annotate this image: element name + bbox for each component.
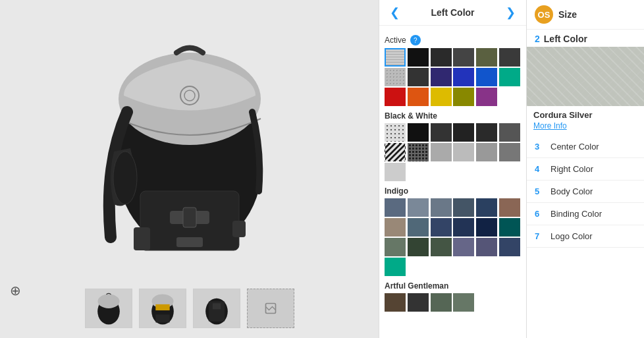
svg-rect-7	[134, 227, 150, 250]
step-item-center-color[interactable]: 3 Center Color	[527, 136, 644, 158]
swatch-bw-7[interactable]	[385, 143, 406, 161]
swatch-bw-12[interactable]	[499, 143, 520, 161]
swatch-ind-12[interactable]	[499, 218, 520, 237]
step-item-logo-color[interactable]: 7 Logo Color	[527, 225, 644, 248]
swatch-active-17[interactable]	[476, 88, 497, 106]
zoom-button[interactable]: ⊕	[10, 283, 21, 298]
step-label-right-color: Right Color	[550, 164, 593, 174]
swatch-active-3[interactable]	[431, 48, 452, 67]
swatch-ind-6[interactable]	[499, 198, 520, 217]
current-step-row: 2 Left Color	[527, 30, 644, 47]
selected-color-preview	[527, 47, 644, 106]
step-item-binding-color[interactable]: 6 Binding Color	[527, 203, 644, 225]
swatch-art-2[interactable]	[408, 293, 429, 312]
indigo-color-grid	[385, 198, 521, 276]
swatch-ind-18[interactable]	[499, 238, 520, 256]
more-info-link[interactable]: More Info	[527, 121, 644, 136]
swatch-active-1[interactable]	[385, 48, 406, 67]
swatch-ind-8[interactable]	[408, 218, 429, 237]
current-step-num: 2	[535, 34, 540, 44]
thumbnail-4[interactable]	[247, 289, 294, 328]
swatch-art-4[interactable]	[453, 293, 474, 312]
help-icon[interactable]: ?	[410, 35, 421, 45]
product-image	[91, 33, 288, 257]
swatch-ind-7[interactable]	[385, 218, 406, 237]
swatch-bw-4[interactable]	[453, 123, 474, 142]
svg-rect-8	[232, 221, 246, 237]
step-num-3: 3	[535, 142, 545, 152]
swatch-active-2[interactable]	[408, 48, 429, 67]
swatch-active-16[interactable]	[453, 88, 474, 106]
swatch-ind-13[interactable]	[385, 238, 406, 256]
active-section-label: Active ?	[385, 35, 521, 45]
swatch-active-14[interactable]	[408, 88, 429, 106]
swatch-ind-3[interactable]	[431, 198, 452, 217]
bw-color-grid	[385, 123, 521, 181]
swatch-bw-3[interactable]	[431, 123, 452, 142]
swatch-ind-19[interactable]	[385, 258, 406, 276]
artful-color-grid	[385, 293, 521, 312]
swatch-active-8[interactable]	[408, 68, 429, 86]
swatch-active-11[interactable]	[476, 68, 497, 86]
swatch-ind-10[interactable]	[453, 218, 474, 237]
swatch-ind-16[interactable]	[453, 238, 474, 256]
swatch-active-15[interactable]	[431, 88, 452, 106]
svg-rect-19	[212, 303, 220, 309]
swatch-active-9[interactable]	[431, 68, 452, 86]
selected-color-name: Cordura Silver	[527, 106, 644, 121]
swatch-ind-11[interactable]	[476, 218, 497, 237]
step-item-body-color[interactable]: 5 Body Color	[527, 181, 644, 203]
color-picker-header: ❮ Left Color ❯	[379, 0, 526, 26]
step-label-center-color: Center Color	[550, 142, 599, 152]
swatch-ind-17[interactable]	[476, 238, 497, 256]
swatch-ind-14[interactable]	[408, 238, 429, 256]
swatch-ind-4[interactable]	[453, 198, 474, 217]
swatch-active-10[interactable]	[453, 68, 474, 86]
swatch-art-1[interactable]	[385, 293, 406, 312]
color-picker-panel: ❮ Left Color ❯ Active ?	[379, 0, 527, 338]
bw-section-title: Black & White	[385, 111, 521, 121]
swatch-ind-2[interactable]	[408, 198, 429, 217]
swatch-art-3[interactable]	[431, 293, 452, 312]
swatch-bw-10[interactable]	[453, 143, 474, 161]
swatch-active-12[interactable]	[499, 68, 520, 86]
step-num-4: 4	[535, 164, 545, 174]
next-arrow[interactable]: ❯	[503, 5, 518, 20]
swatch-bw-13[interactable]	[385, 163, 406, 181]
swatch-active-5[interactable]	[476, 48, 497, 67]
swatch-bw-8[interactable]	[408, 143, 429, 161]
prev-arrow[interactable]: ❮	[387, 5, 402, 20]
product-panel: ⊕	[0, 0, 379, 338]
step-label-binding-color: Binding Color	[550, 209, 602, 219]
swatch-ind-9[interactable]	[431, 218, 452, 237]
thumbnail-row	[7, 283, 372, 331]
active-color-grid	[385, 48, 521, 106]
svg-rect-6	[183, 208, 196, 227]
swatch-bw-11[interactable]	[476, 143, 497, 161]
swatch-bw-1[interactable]	[385, 123, 406, 142]
step-item-right-color[interactable]: 4 Right Color	[527, 158, 644, 181]
size-step-circle[interactable]: OS	[535, 5, 553, 24]
artful-section-title: Artful Gentleman	[385, 281, 521, 291]
swatch-active-6[interactable]	[499, 48, 520, 67]
svg-rect-15	[155, 314, 169, 322]
current-step-label: Left Color	[544, 34, 587, 44]
step-num-6: 6	[535, 209, 545, 219]
steps-panel: OS Size 2 Left Color Cordura Silver More…	[527, 0, 644, 338]
swatch-ind-15[interactable]	[431, 238, 452, 256]
swatch-bw-9[interactable]	[431, 143, 452, 161]
thumbnail-2[interactable]	[139, 289, 186, 328]
swatch-bw-5[interactable]	[476, 123, 497, 142]
swatch-bw-2[interactable]	[408, 123, 429, 142]
thumbnail-3[interactable]	[193, 289, 240, 328]
main-image-area	[7, 7, 372, 283]
swatch-active-4[interactable]	[453, 48, 474, 67]
swatch-active-7[interactable]	[385, 68, 406, 86]
swatch-bw-6[interactable]	[499, 123, 520, 142]
swatch-ind-5[interactable]	[476, 198, 497, 217]
swatch-ind-1[interactable]	[385, 198, 406, 217]
thumbnail-1[interactable]	[85, 289, 132, 328]
swatch-active-13[interactable]	[385, 88, 406, 106]
color-picker-title: Left Color	[431, 7, 474, 18]
steps-header: OS Size	[527, 0, 644, 30]
